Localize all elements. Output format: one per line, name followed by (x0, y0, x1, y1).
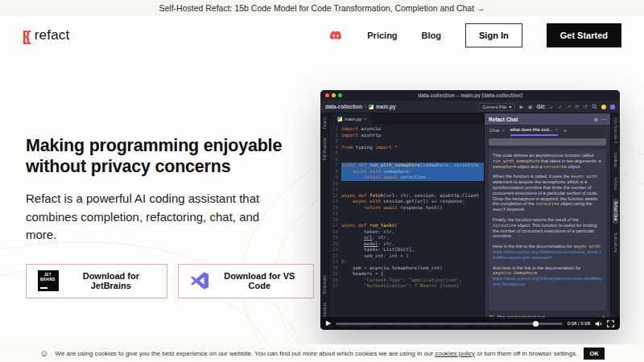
line-number: 6 (329, 157, 341, 163)
tool-window-button[interactable]: Database (613, 152, 617, 168)
code-text (341, 150, 484, 157)
nav-link-pricing[interactable]: Pricing (367, 31, 397, 40)
ide-demo-video[interactable]: data-collection – main.py [data-collecti… (320, 90, 620, 330)
close-tab-icon[interactable]: × (502, 128, 504, 133)
line-number: 19 (329, 235, 341, 241)
tool-window-button[interactable]: Refact Chat (613, 199, 618, 223)
discord-icon[interactable] (328, 30, 343, 41)
close-tab-icon[interactable]: × (364, 117, 367, 121)
sign-in-button[interactable]: Sign In (465, 23, 522, 47)
code-line: 14 return await response.text() (329, 205, 484, 212)
chat-tab-label: what does this cod... (510, 127, 553, 132)
code-text: return await response.text() (341, 205, 484, 212)
editor-tab-label: main.py (345, 117, 361, 121)
tool-window-button[interactable]: Structure (323, 302, 327, 318)
git-update-icon[interactable]: ↙ (550, 104, 554, 110)
announcement-text[interactable]: Self-Hosted Refact: 15b Code Model for C… (159, 3, 485, 13)
code-text: tasks: List[Dict], (341, 247, 484, 253)
run-configuration-select[interactable]: Current File ▾ (478, 103, 515, 111)
code-text: async with session.get(url) as response: (341, 199, 484, 205)
minimize-window-icon[interactable] (332, 93, 336, 97)
ide-titlebar: data-collection – main.py [data-collecti… (320, 90, 620, 101)
code-line: 23): (329, 259, 484, 265)
code-line: 16 (329, 217, 484, 224)
code-text: async def run_with_semaphore(semaphore, … (341, 162, 484, 169)
chat-tabs: Chat × what does this cod... × + (485, 125, 610, 136)
code-text (341, 211, 484, 217)
hide-panel-icon[interactable]: — (601, 117, 606, 122)
editor-tab-mainpy[interactable]: main.py × (332, 113, 372, 124)
left-tool-stripe: ProjectPull RequestsBookmarksStructure (320, 113, 329, 322)
chat-paragraph: When the function is called, it uses the… (493, 174, 602, 212)
avatar[interactable] (601, 105, 606, 109)
code-line: 6 (329, 157, 484, 163)
tool-window-button[interactable]: Bookmarks (323, 275, 327, 294)
code-line: 9 return await coroutine (329, 175, 484, 181)
download-vscode-button[interactable]: Download for VS Code (178, 264, 314, 298)
debug-icon[interactable]: ▣ (527, 104, 532, 110)
download-buttons: JETBRAINS Download for JetBrains Downloa… (26, 264, 314, 298)
download-jetbrains-button[interactable]: JETBRAINS Download for JetBrains (26, 264, 167, 298)
nav-link-blog[interactable]: Blog (422, 31, 441, 40)
close-tab-icon[interactable]: × (555, 127, 558, 132)
history-icon[interactable]: ⟳ (575, 104, 579, 110)
chat-message-area[interactable]: This code defines an asynchronous functi… (489, 149, 606, 311)
breadcrumb-project[interactable]: data-collection (325, 104, 362, 109)
chevron-right-icon: › (365, 104, 366, 109)
play-icon[interactable]: ▶ (326, 320, 331, 327)
code-line: 18 token: str, (329, 229, 484, 236)
tool-window-button[interactable]: Pull Requests (323, 138, 327, 160)
tool-window-button[interactable]: Project (323, 117, 327, 129)
fullscreen-icon[interactable] (607, 320, 614, 327)
site-header: [{ refact Pricing Blog Sign In Get Start… (0, 16, 644, 55)
tool-window-button[interactable]: Key Promoter X (613, 117, 617, 143)
video-progress-bar[interactable] (336, 323, 562, 325)
chat-question-input[interactable] (489, 138, 606, 146)
chat-tab-chat[interactable]: Chat × (489, 125, 505, 136)
chat-panel-header: Refact Chat ⚙ — (485, 113, 610, 125)
get-started-button[interactable]: Get Started (547, 23, 621, 47)
video-progress-knob[interactable] (533, 321, 539, 327)
code-lines[interactable]: 1import asyncio2import aiohttp3 4from ty… (329, 124, 484, 322)
code-text: async def run_tasks( (341, 223, 484, 229)
code-line: 8 async with semaphore: (329, 169, 484, 175)
tool-window-button[interactable]: SciView (613, 177, 617, 190)
search-icon[interactable] (592, 104, 597, 109)
code-text: return await coroutine (341, 175, 484, 181)
breadcrumb-file[interactable]: main.py (376, 104, 396, 109)
code-text: model: str, (341, 241, 484, 248)
chat-tab-label: Chat (489, 128, 499, 133)
code-text: sem = asyncio.Semaphore(sem_cnt) (341, 265, 484, 272)
documentation-link[interactable]: https://docs.python.org/3/reference/comp… (493, 249, 602, 261)
line-number: 10 (329, 181, 341, 187)
code-line: 26 "Content-Type": "application/json", (329, 278, 484, 284)
git-push-icon[interactable]: ↗ (567, 104, 571, 110)
cookie-ok-button[interactable]: OK (584, 348, 604, 360)
line-number: 21 (329, 247, 341, 253)
breadcrumb[interactable]: data-collection › main.py (325, 104, 396, 109)
mute-icon[interactable] (595, 320, 602, 327)
gear-icon[interactable]: ⚙ (594, 117, 598, 122)
announcement-banner[interactable]: Self-Hosted Refact: 15b Code Model for C… (0, 0, 644, 16)
line-number: 22 (329, 253, 341, 260)
code-text: async with semaphore: (341, 169, 484, 175)
run-icon[interactable]: ▶ (519, 104, 523, 110)
close-window-icon[interactable] (325, 93, 329, 97)
undo-icon[interactable]: ↺ (584, 104, 588, 110)
new-chat-tab-icon[interactable]: + (564, 128, 567, 134)
tool-window-button[interactable]: Notifications (613, 232, 617, 253)
plugin-icon[interactable] (610, 105, 615, 109)
documentation-link[interactable]: https://docs.python.org/3/library/asynci… (493, 276, 602, 287)
line-number: 8 (329, 169, 341, 175)
line-number: 24 (329, 265, 341, 272)
video-time: 0:08 / 0:08 (568, 321, 590, 326)
logo[interactable]: [{ refact (23, 27, 69, 43)
line-number: 3 (329, 138, 341, 145)
maximize-window-icon[interactable] (338, 93, 342, 97)
git-label: Git: (537, 104, 546, 109)
ide-toolbar: data-collection › main.py Current File ▾… (320, 101, 620, 113)
chat-tab-question[interactable]: what does this cod... × (510, 125, 558, 136)
cookies-policy-link[interactable]: cookies policy (435, 350, 475, 357)
cookie-banner: ☺ We are using cookies to give you the b… (0, 344, 644, 362)
git-commit-icon[interactable]: ✓ (558, 104, 562, 110)
